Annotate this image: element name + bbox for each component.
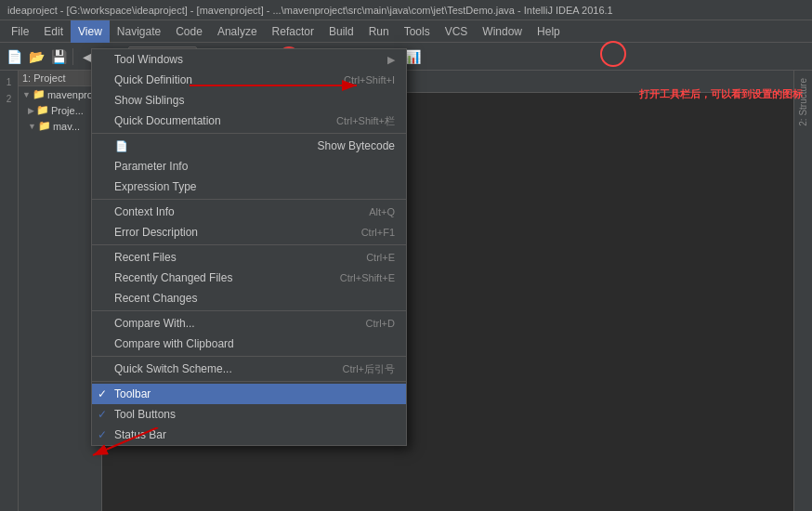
tree-root[interactable]: ▼ 📁 mavenproj xyxy=(19,86,101,102)
menu-view[interactable]: View xyxy=(71,20,110,43)
dd-context-info-shortcut: Alt+Q xyxy=(369,206,395,217)
dd-param-info[interactable]: Parameter Info xyxy=(92,156,406,177)
dd-quick-doc[interactable]: Quick Documentation Ctrl+Shift+栏 xyxy=(92,111,406,131)
dd-status-bar-check: ✓ xyxy=(98,428,107,441)
dd-sep6 xyxy=(92,381,406,382)
open-btn[interactable]: 📂 xyxy=(26,46,46,67)
tree-label-maven: mav... xyxy=(53,121,80,132)
dd-recent-changes-label: Recent Changes xyxy=(114,292,197,305)
dd-quick-definition[interactable]: Quick Definition Ctrl+Shift+I xyxy=(92,70,406,90)
menu-refactor[interactable]: Refactor xyxy=(265,20,321,43)
toolbar-sep1 xyxy=(72,48,73,65)
dd-quick-definition-label: Quick Definition xyxy=(114,73,192,86)
dd-quick-switch-label: Quick Switch Scheme... xyxy=(114,362,232,375)
dd-compare-with[interactable]: Compare With... Ctrl+D xyxy=(92,313,406,334)
dd-show-siblings-label: Show Siblings xyxy=(114,94,184,107)
menu-file[interactable]: File xyxy=(4,20,36,43)
menu-analyze[interactable]: Analyze xyxy=(210,20,265,43)
dd-recent-changes[interactable]: Recent Changes xyxy=(92,288,406,308)
dd-quick-switch[interactable]: Quick Switch Scheme... Ctrl+后引号 xyxy=(92,359,406,379)
save-btn[interactable]: 💾 xyxy=(48,46,69,67)
annotation-text: 打开工具栏后，可以看到设置的图标 xyxy=(639,87,803,101)
dd-recent-files[interactable]: Recent Files Ctrl+E xyxy=(92,247,406,268)
dd-tool-windows-label: Tool Windows xyxy=(114,53,183,66)
dd-tool-buttons-label: Tool Buttons xyxy=(114,408,176,421)
dd-compare-with-shortcut: Ctrl+D xyxy=(366,318,395,329)
dd-recent-files-label: Recent Files xyxy=(114,251,177,264)
settings-icon-circle xyxy=(600,41,626,67)
dd-expr-type[interactable]: Expression Type xyxy=(92,177,406,197)
right-sidebar-label[interactable]: 2: Structure xyxy=(796,74,810,130)
dd-recent-files-shortcut: Ctrl+E xyxy=(366,252,395,263)
tree-arrow-project: ▶ xyxy=(28,106,34,115)
dd-quick-doc-shortcut: Ctrl+Shift+栏 xyxy=(336,114,395,128)
tree-arrow-root: ▼ xyxy=(22,90,31,99)
dd-sep3 xyxy=(92,244,406,245)
dd-tool-buttons[interactable]: ✓ Tool Buttons xyxy=(92,404,406,425)
dd-sep2 xyxy=(92,199,406,200)
menu-tools[interactable]: Tools xyxy=(397,20,438,43)
dd-context-info[interactable]: Context Info Alt+Q xyxy=(92,202,406,222)
dd-sep5 xyxy=(92,356,406,357)
dd-sep1 xyxy=(92,133,406,134)
dd-sep4 xyxy=(92,310,406,311)
dd-tool-buttons-check: ✓ xyxy=(98,408,107,421)
dd-recently-changed-label: Recently Changed Files xyxy=(114,271,232,284)
tree-project[interactable]: ▶ 📁 Proje... xyxy=(19,102,101,118)
menu-bar: File Edit View Navigate Code Analyze Ref… xyxy=(0,20,812,43)
dd-error-desc-shortcut: Ctrl+F1 xyxy=(361,227,395,238)
menu-run[interactable]: Run xyxy=(361,20,397,43)
tree-folder-root: 📁 xyxy=(33,88,46,100)
menu-navigate[interactable]: Navigate xyxy=(110,20,168,43)
dd-tool-windows-arrow: ▶ xyxy=(387,54,395,66)
project-panel: 1: Project ▼ 📁 mavenproj ▶ 📁 Proje... ▼ … xyxy=(19,71,102,511)
dd-quick-switch-shortcut: Ctrl+后引号 xyxy=(342,362,395,376)
menu-help[interactable]: Help xyxy=(530,20,568,43)
dd-show-bytecode-label: Show Bytecode xyxy=(318,139,395,152)
view-dropdown-menu: Tool Windows ▶ Quick Definition Ctrl+Shi… xyxy=(91,48,407,446)
menu-build[interactable]: Build xyxy=(321,20,361,43)
new-file-btn[interactable]: 📄 xyxy=(4,46,24,67)
dd-toolbar[interactable]: ✓ Toolbar xyxy=(92,384,406,404)
sidebar-structure-icon[interactable]: 2 xyxy=(2,91,17,106)
left-sidebar: 1 2 xyxy=(0,71,19,511)
dd-compare-clipboard-label: Compare with Clipboard xyxy=(114,337,234,350)
tree-arrow-maven: ▼ xyxy=(28,122,36,131)
tree-maven[interactable]: ▼ 📁 mav... xyxy=(19,118,101,134)
tree-folder-project: 📁 xyxy=(36,104,49,116)
menu-edit[interactable]: Edit xyxy=(36,20,71,43)
dd-quick-definition-shortcut: Ctrl+Shift+I xyxy=(344,74,395,85)
title-bar: ideaproject - [G:\workspace\ideaproject]… xyxy=(0,0,812,20)
sidebar-project-icon[interactable]: 1 xyxy=(2,74,17,89)
menu-vcs[interactable]: VCS xyxy=(438,20,476,43)
menu-code[interactable]: Code xyxy=(168,20,210,43)
dd-toolbar-label: Toolbar xyxy=(114,387,151,400)
project-panel-header[interactable]: 1: Project xyxy=(19,71,101,86)
dd-status-bar[interactable]: ✓ Status Bar xyxy=(92,425,406,445)
dd-toolbar-check: ✓ xyxy=(98,387,107,400)
dd-error-desc[interactable]: Error Description Ctrl+F1 xyxy=(92,222,406,242)
menu-window[interactable]: Window xyxy=(475,20,530,43)
dd-show-bytecode[interactable]: 📄 Show Bytecode xyxy=(92,136,406,156)
dd-tool-windows[interactable]: Tool Windows ▶ xyxy=(92,49,406,70)
dd-error-desc-label: Error Description xyxy=(114,226,198,239)
tree-label-project: Proje... xyxy=(51,105,84,116)
main-area: 1 2 1: Project ▼ 📁 mavenproj ▶ 📁 Proje..… xyxy=(0,71,812,511)
dd-quick-doc-label: Quick Documentation xyxy=(114,114,221,127)
dd-bytecode-icon: 📄 xyxy=(114,138,129,153)
dd-recently-changed-shortcut: Ctrl+Shift+E xyxy=(340,272,395,283)
dd-param-info-label: Parameter Info xyxy=(114,160,188,173)
tree-folder-maven: 📁 xyxy=(38,120,51,132)
dd-compare-with-label: Compare With... xyxy=(114,317,195,330)
dd-compare-clipboard[interactable]: Compare with Clipboard xyxy=(92,334,406,354)
dd-expr-type-label: Expression Type xyxy=(114,180,197,193)
right-sidebar: 2: Structure xyxy=(793,71,812,511)
dd-recently-changed[interactable]: Recently Changed Files Ctrl+Shift+E xyxy=(92,268,406,288)
dd-status-bar-label: Status Bar xyxy=(114,428,166,441)
dd-show-siblings[interactable]: Show Siblings xyxy=(92,90,406,111)
title-text: ideaproject - [G:\workspace\ideaproject]… xyxy=(7,5,613,16)
tree-label-root: mavenproj xyxy=(47,89,95,100)
dd-context-info-label: Context Info xyxy=(114,205,175,218)
